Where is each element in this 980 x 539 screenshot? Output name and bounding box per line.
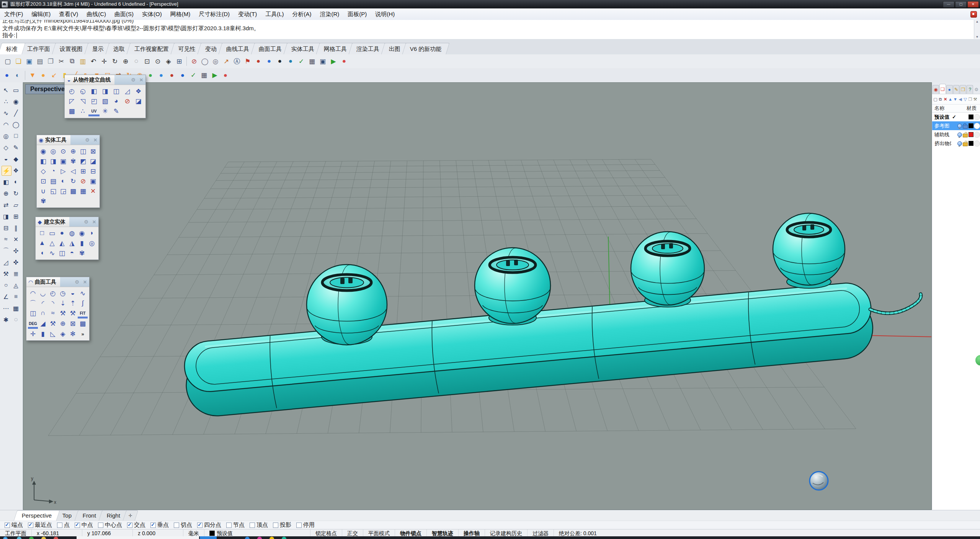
maximize-button[interactable]: ▢ (955, 1, 967, 8)
layer-row-辅助线[interactable]: 辅助线 (932, 130, 980, 139)
pal-solid-tool-icon[interactable]: ↻ (68, 176, 78, 186)
sidebar-split-icon[interactable]: ⊞ (11, 212, 21, 221)
pal-surface-tool-icon[interactable]: ∫ (78, 298, 88, 308)
pal-create-tool-icon[interactable]: ◮ (67, 238, 77, 248)
layer-color-swatch[interactable] (969, 132, 973, 137)
pal-surface-tool-icon[interactable]: ◷ (58, 288, 68, 298)
pal-solid-title[interactable]: 实体工具 (45, 135, 70, 145)
sidebar-rectangle-icon[interactable]: □ (11, 131, 21, 140)
status-cell-5[interactable]: 毫米 (183, 529, 204, 537)
rotate-view-icon[interactable]: ↻ (110, 56, 120, 66)
zoom-extents-icon[interactable]: ◈ (163, 56, 173, 66)
layer-material-circle[interactable] (974, 132, 980, 138)
gear-icon[interactable]: ⚙ (131, 77, 136, 83)
pal-create-tool-icon[interactable]: ◖ (37, 248, 47, 258)
sidebar-select-rect-icon[interactable]: ▭ (11, 85, 21, 95)
pal-solid-tool-icon[interactable]: ✾ (38, 196, 48, 206)
sidebar-blend-icon[interactable]: ≈ (2, 235, 11, 244)
osnap-顶点[interactable]: 顶点 (250, 521, 268, 529)
cut-icon[interactable]: ✂ (56, 56, 66, 66)
display-tab-icon[interactable]: ● (946, 85, 953, 94)
record-2-icon[interactable]: ● (220, 70, 230, 80)
sidebar-ellipse-icon[interactable]: ◎ (2, 131, 11, 140)
pal-solid-tool-icon[interactable]: ⊟ (88, 166, 98, 176)
sidebar-target-icon[interactable]: ✜ (11, 258, 21, 267)
sidebar-rotate-icon[interactable]: ↻ (11, 189, 21, 198)
lamp-sphere-4[interactable] (773, 213, 845, 285)
menu-13[interactable]: 面板(P) (343, 10, 371, 19)
sidebar-line-icon[interactable]: ╱ (11, 108, 21, 118)
pal-surface-tool-icon[interactable]: ◝ (48, 298, 58, 308)
osnap-中点[interactable]: 中点 (75, 521, 93, 529)
sidebar-mirror-icon[interactable]: ⇄ (2, 200, 11, 209)
layer-material-circle[interactable] (974, 114, 980, 120)
lamp-sphere-3[interactable] (631, 232, 704, 305)
pal-surface-tool-icon[interactable]: ◈ (58, 329, 68, 339)
checkbox-icon[interactable] (226, 523, 232, 528)
delete-layer-icon[interactable]: ✕ (943, 95, 948, 103)
sidebar-select-icon[interactable]: ↖ (2, 85, 11, 95)
pal-surface-tool-icon[interactable]: ⚒ (48, 318, 58, 328)
pal-curves-tool-icon[interactable]: ◨ (100, 86, 111, 96)
osnap-点[interactable]: 点 (57, 521, 70, 529)
pal-surface-tool-icon[interactable]: ⚒ (58, 308, 68, 318)
taskbar-icon[interactable] (29, 537, 34, 539)
pal-surface-tool-icon[interactable]: ≈ (48, 308, 58, 318)
status-cell-10[interactable]: 物件锁点 (395, 529, 427, 537)
perspective-viewport[interactable]: y x (23, 82, 932, 510)
layer-material-circle[interactable] (974, 140, 980, 147)
scroll-up-icon[interactable]: ▲ (976, 20, 979, 23)
layer-name[interactable]: 挤出物体 (932, 140, 951, 147)
pal-solid-tool-icon[interactable]: ⊠ (88, 146, 98, 156)
command-prompt[interactable]: 指令: (2, 32, 15, 39)
sidebar-circle-icon[interactable]: ◯ (11, 120, 21, 129)
pal-solid-tool-icon[interactable]: ◧ (38, 156, 48, 166)
pal-solid-tool-icon[interactable]: ◱ (48, 186, 58, 196)
model-lamp-strip[interactable] (182, 213, 921, 418)
menu-10[interactable]: 工具(L) (261, 10, 288, 19)
sidebar-tools-icon[interactable]: ⚒ (2, 269, 11, 278)
pal-curves-tool-icon[interactable]: ▧ (100, 96, 111, 106)
layer-visibility-bulb-icon[interactable] (957, 141, 962, 146)
pal-solid-tool-icon[interactable]: ∪ (38, 186, 48, 196)
pal-surface-tool-icon[interactable]: DEG (28, 320, 38, 329)
pal-surface-tool-icon[interactable]: ∿ (78, 288, 88, 298)
pal-solid-tool-icon[interactable]: ⊞ (78, 166, 88, 176)
layer-visibility-bulb-icon[interactable] (957, 124, 962, 128)
record-icon[interactable]: ● (339, 56, 349, 66)
sidebar-lock-icon[interactable]: ◬ (11, 281, 21, 290)
undo-icon[interactable]: ↶ (88, 56, 98, 66)
pal-solid-tool-icon[interactable]: ◪ (88, 156, 98, 166)
pal-solid-tool-icon[interactable]: ▣ (58, 156, 68, 166)
pal-surface-tool-icon[interactable]: ▮ (38, 329, 48, 339)
pal-surface-tool-icon[interactable]: ∩ (38, 308, 48, 318)
ball-blue-icon[interactable]: ● (264, 56, 274, 66)
pal-curves-tool-icon[interactable]: ◵ (77, 86, 88, 96)
libraries-tab-icon[interactable]: ❒ (960, 85, 966, 94)
navigation-ball[interactable] (810, 472, 828, 490)
pal-surface-tool-icon[interactable]: ◒ (68, 288, 78, 298)
sidebar-solid-icon[interactable]: ◆ (11, 154, 21, 163)
pal-surface-tool-icon[interactable]: ▩ (78, 318, 88, 328)
check-bell-icon[interactable]: ✓ (188, 70, 198, 80)
pal-solid-tool-icon[interactable]: ◎ (48, 146, 58, 156)
osnap-最近点[interactable]: 最近点 (28, 521, 52, 529)
command-scrollbar[interactable]: ▲ ▼ (974, 20, 980, 39)
pal-surface-tool-icon[interactable]: » (78, 329, 88, 339)
grid-table-icon[interactable]: ⊞ (174, 56, 184, 66)
osnap-停用[interactable]: 停用 (296, 521, 315, 529)
sidebar-point-icon[interactable]: ∴ (2, 97, 11, 106)
notify-check-icon[interactable]: ✓ (296, 56, 306, 66)
menu-8[interactable]: 尺寸标注(D) (194, 10, 234, 19)
menu-3[interactable]: 查看(V) (55, 10, 82, 19)
layer-material-circle[interactable] (974, 123, 980, 129)
layer-row-挤出物体[interactable]: 挤出物体 (932, 139, 980, 148)
pal-create-tool-icon[interactable]: ◓ (67, 248, 77, 258)
notes-tab-icon[interactable]: ✎ (953, 85, 960, 94)
osnap-投影[interactable]: 投影 (273, 521, 291, 529)
sidebar-cplane-icon[interactable]: ◿ (2, 258, 11, 267)
checker-icon[interactable]: ▦ (307, 56, 317, 66)
sidebar-hide-icon[interactable]: ○ (2, 281, 11, 290)
sidebar-align-icon[interactable]: ≡ (11, 292, 21, 301)
select-previous-icon[interactable]: ↙ (49, 70, 59, 80)
